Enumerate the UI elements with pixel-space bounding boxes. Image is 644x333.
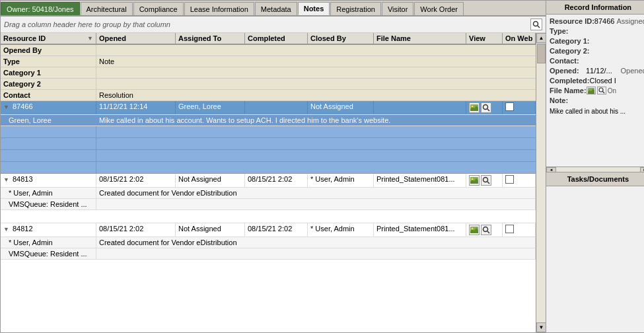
svg-point-9	[472, 178, 474, 180]
col-header-resource[interactable]: Resource ID ▼	[1, 33, 96, 44]
cell-resource-id-2: ▼ 84813	[1, 174, 96, 187]
image-icon-1[interactable]	[469, 102, 480, 113]
col-header-filename[interactable]: File Name	[374, 33, 466, 44]
tab-owner[interactable]: Owner: 50418/Jones	[1, 2, 80, 15]
record-completed-row: Completed: Closed I	[550, 77, 644, 85]
cell-completed-2: 08/15/21 2:02	[245, 174, 308, 187]
scroll-up-button[interactable]: ▲	[536, 33, 546, 43]
grid-header: Resource ID ▼ Opened Assigned To Complet…	[1, 33, 536, 45]
tab-registration[interactable]: Registration	[330, 2, 381, 15]
tab-bar: Owner: 50418/Jones Architectural Complia…	[1, 1, 546, 17]
table-row[interactable]: * User, Admin Created document for Vendo…	[1, 188, 536, 199]
search-zoom-icon-2[interactable]	[481, 175, 491, 186]
record-cat1-row: Category 1:	[550, 37, 644, 45]
image-icon-3[interactable]	[469, 225, 480, 235]
tab-compliance[interactable]: Compliance	[133, 2, 184, 15]
tab-architectural[interactable]: Architectural	[81, 2, 133, 15]
vertical-scrollbar[interactable]: ▲ ▼	[536, 33, 546, 332]
record-contact-row: Contact:	[550, 57, 644, 65]
sub-label-2b: VMSQueue: Resident ...	[1, 199, 96, 209]
svg-line-1	[538, 26, 540, 28]
checkbox-1[interactable]	[505, 102, 514, 111]
table-row[interactable]: * User, Admin Created document for Vendo…	[1, 237, 536, 248]
right-panel: Record Information Resource ID: 87466 As…	[546, 0, 644, 333]
cat2-label: Category 2:	[550, 47, 590, 55]
tab-metadata[interactable]: Metadata	[255, 2, 297, 15]
cell-completed-1	[245, 101, 308, 114]
table-row-empty-1c	[1, 150, 536, 162]
search-button[interactable]	[530, 18, 542, 30]
table-row[interactable]: VMSQueue: Resident ...	[1, 248, 536, 260]
record-resource-row: Resource ID: 87466 Assigned	[550, 17, 644, 25]
checkbox-3[interactable]	[505, 225, 514, 233]
cell-filename-3: Printed_Statement081...	[374, 223, 466, 237]
col-header-opened[interactable]: Opened	[96, 33, 176, 44]
svg-point-0	[534, 22, 538, 26]
col-header-view[interactable]: View	[466, 33, 503, 44]
cell-resource-id-3: ▼ 84812	[1, 223, 96, 237]
cell-closedby-2: * User, Admin	[308, 174, 374, 187]
image-icon-2[interactable]	[469, 175, 480, 186]
group-value-cat1	[96, 67, 102, 78]
expand-icon-2[interactable]: ▼	[3, 176, 9, 183]
svg-line-6	[487, 109, 489, 111]
tab-workorder[interactable]: Work Order	[414, 2, 464, 15]
note-content: Mike called in about his ...	[550, 106, 644, 116]
sort-icon-resource: ▼	[87, 35, 93, 42]
checkbox-2[interactable]	[505, 175, 514, 184]
cell-onweb-2	[503, 174, 536, 187]
svg-line-16	[487, 231, 489, 233]
cell-opened-1: 11/12/21 12:14	[96, 101, 176, 114]
group-label-opened-by: Opened By	[1, 45, 96, 56]
contact-value	[586, 57, 644, 65]
on-web-label: On	[608, 87, 616, 94]
resource-id-value: 87466	[594, 17, 615, 25]
tab-visitor[interactable]: Visitor	[382, 2, 413, 15]
group-label-cat1: Category 1	[1, 67, 96, 78]
svg-line-11	[487, 182, 489, 184]
right-horizontal-scrollbar[interactable]: ◄ ►	[546, 166, 644, 172]
expand-icon-1[interactable]: ▼	[3, 104, 9, 110]
search-icon	[532, 20, 540, 28]
completed-value: Closed I	[590, 77, 645, 85]
search-zoom-icon-1[interactable]	[481, 102, 491, 113]
svg-point-15	[483, 227, 488, 232]
col-header-completed[interactable]: Completed	[245, 33, 308, 44]
right-scroll-track[interactable]	[556, 167, 640, 172]
filename-search-icon[interactable]	[597, 87, 606, 94]
table-row[interactable]: ▼ 84812 08/15/21 2:02 Not Assigned 08/15…	[1, 223, 536, 237]
filename-image-icon[interactable]	[587, 87, 596, 94]
record-cat2-row: Category 2:	[550, 47, 644, 55]
tab-notes[interactable]: Notes	[298, 2, 330, 15]
table-row[interactable]: VMSQueue: Resident ...	[1, 199, 536, 210]
expand-icon-3[interactable]: ▼	[3, 226, 9, 233]
cell-assigned-3: Not Assigned	[176, 223, 245, 237]
scroll-thumb[interactable]	[537, 44, 546, 63]
search-zoom-icon-3[interactable]	[481, 225, 491, 235]
tab-lease[interactable]: Lease Information	[184, 2, 254, 15]
record-filename-row: File Name: On	[550, 87, 644, 94]
col-header-closedby[interactable]: Closed By	[308, 33, 374, 44]
sub-label-3: * User, Admin	[1, 237, 96, 248]
col-header-onweb[interactable]: On Web	[503, 33, 536, 44]
sub-label-3b: VMSQueue: Resident ...	[1, 248, 96, 259]
cell-view-3	[466, 223, 503, 237]
completed-label: Completed:	[550, 77, 590, 85]
cell-filename-1	[374, 101, 466, 114]
assigned-label: Assigned	[616, 17, 644, 25]
col-header-assigned[interactable]: Assigned To	[176, 33, 245, 44]
svg-line-20	[602, 92, 604, 94]
scroll-track[interactable]	[536, 43, 546, 322]
cell-opened-3: 08/15/21 2:02	[96, 223, 176, 237]
group-row-opened-by: Opened By	[1, 45, 536, 56]
grid: Resource ID ▼ Opened Assigned To Complet…	[1, 33, 536, 332]
scroll-down-button[interactable]: ▼	[536, 322, 546, 332]
table-row[interactable]: ▼ 87466 11/12/21 12:14 Green, Loree Not …	[1, 101, 536, 115]
table-row[interactable]: ▼ 84813 08/15/21 2:02 Not Assigned 08/15…	[1, 174, 536, 188]
sub-label-2: * User, Admin	[1, 188, 96, 198]
cell-filename-2: Printed_Statement081...	[374, 174, 466, 187]
tasks-documents-content	[546, 186, 644, 333]
table-row[interactable]: Green, Loree Mike called in about his ac…	[1, 115, 536, 126]
svg-point-19	[599, 88, 603, 92]
record-info-header: Record Information	[546, 1, 644, 15]
